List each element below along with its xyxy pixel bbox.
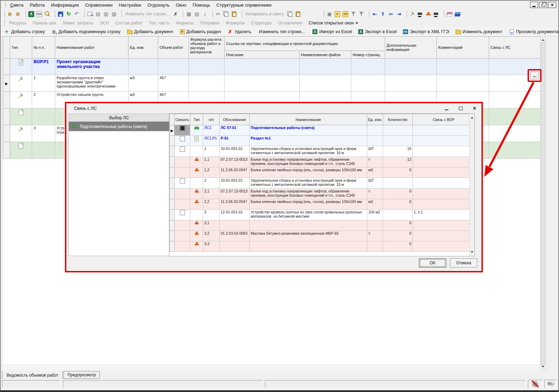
toolbar-grip[interactable]	[404, 10, 407, 17]
checkbox-unchecked[interactable]	[180, 210, 185, 215]
menu-nastroyki[interactable]: Настройки	[116, 2, 144, 8]
scroll-down-button[interactable]	[470, 250, 475, 255]
ls-row-material[interactable]: 1,1 07.2.07.13-0013 Балки под установку …	[170, 157, 475, 167]
toolbar-grip[interactable]	[82, 10, 84, 17]
paste-special-2-icon[interactable]	[294, 10, 302, 18]
vertical-scrollbar[interactable]	[540, 36, 546, 370]
price-pr-icon[interactable]: ПР	[343, 11, 348, 17]
checkbox-checked[interactable]	[180, 126, 185, 131]
menu-otdohnut[interactable]: Отдохнуть	[144, 2, 172, 8]
ls-row-material[interactable]: 1,2 11.2.06.02-0047 Балка клееная хвойны…	[170, 167, 475, 178]
table-icon[interactable]: ▦	[185, 10, 192, 18]
link-checkbox-cell[interactable]	[175, 146, 190, 157]
undo-icon[interactable]: ↶	[73, 10, 80, 18]
move-up-down-icon[interactable]: ↕	[201, 10, 208, 18]
excel-icon[interactable]: X	[28, 11, 34, 17]
machines-icon[interactable]	[433, 10, 440, 18]
insert-page-icon[interactable]: ▤	[193, 10, 200, 18]
price-p-icon[interactable]: Р	[334, 11, 340, 17]
toolbar-grip[interactable]	[119, 10, 122, 17]
tab-open-windows-list[interactable]: Список открытых окон	[306, 21, 362, 25]
import-excel-button[interactable]: XИмпорт из Excel	[309, 29, 355, 34]
horizontal-scrollbar[interactable]	[3, 364, 540, 371]
toolbar-grip[interactable]	[322, 10, 324, 17]
ls-row-position[interactable]: 3 12-01-001-01 Устройство кровель скатны…	[170, 210, 475, 220]
flag-icon[interactable]: ▧	[110, 10, 118, 18]
add-section-button[interactable]: РДобавить раздел	[177, 29, 224, 34]
cancel-button[interactable]: Отмена	[450, 258, 477, 267]
search-icon[interactable]	[44, 10, 51, 18]
add-document-button[interactable]: Добавить документ	[124, 29, 177, 35]
link-checkbox-cell[interactable]	[175, 136, 190, 146]
ls-row-section[interactable]: ЛС1.Р1 Р-01 Раздел №1	[170, 136, 475, 146]
shift-left-icon[interactable]: ⇐	[387, 10, 395, 18]
paste-special-icon[interactable]	[286, 10, 294, 18]
ls-list-item-selected[interactable]: Подготовительные работы (смета)	[69, 122, 169, 131]
toolbar-grip[interactable]	[3, 2, 6, 8]
toolbar-grip[interactable]	[53, 10, 55, 17]
close-button[interactable]: ×	[548, 2, 556, 8]
layers-pink-icon[interactable]	[446, 10, 453, 18]
toolbar-grip[interactable]	[210, 10, 213, 17]
toolbar-grip[interactable]	[181, 10, 183, 17]
add-row-button[interactable]: +Добавить строку	[1, 29, 48, 35]
restore-button[interactable]	[539, 2, 547, 8]
resources-icon[interactable]: ▣	[326, 10, 333, 18]
scroll-down-button[interactable]	[540, 365, 545, 370]
tools-icon[interactable]	[409, 10, 416, 18]
dialog-maximize-button[interactable]	[454, 103, 468, 114]
toolbar-grip[interactable]	[23, 10, 26, 17]
shift-right-icon[interactable]: ⇥	[395, 10, 403, 18]
export-excel-button[interactable]: XЭкспорт в Excel	[355, 29, 400, 34]
truck-icon[interactable]	[417, 10, 424, 18]
pdf-icon[interactable]: PDF	[36, 11, 42, 17]
toolbar-grip[interactable]	[367, 10, 369, 17]
layers-blue-icon[interactable]	[454, 10, 461, 18]
ls-row-material[interactable]: 3,2 01.2.03.03-0063 Мастика битумно-рези…	[170, 231, 475, 241]
menu-strukturnye-spravochniki[interactable]: Структурные справочники	[213, 2, 275, 8]
menu-smeta[interactable]: Смета	[7, 2, 27, 8]
delete-button[interactable]: ✗Удалить	[224, 29, 255, 35]
table-row-section[interactable]: ВОР.Р1 Проект организации земельного уча…	[3, 59, 540, 75]
tab-vedomost[interactable]: Ведомость объемов работ	[2, 371, 63, 379]
refresh-icon[interactable]: ↻	[65, 10, 72, 18]
add-structure-icon[interactable]: ≣	[14, 10, 22, 18]
edit-database-icon[interactable]: ▥	[102, 10, 110, 18]
toolbar-grip[interactable]	[442, 10, 444, 17]
language-indicator[interactable]: RU	[544, 380, 557, 388]
checkbox-unchecked[interactable]	[180, 136, 185, 141]
export-xml-button[interactable]: XMLЭкспорт в XML ГГЭ	[400, 29, 452, 34]
database-icon[interactable]: ▤	[94, 10, 102, 18]
filter-icon[interactable]	[350, 10, 357, 18]
outdent-icon[interactable]: ⇤	[371, 10, 378, 18]
menu-rabota[interactable]: Работа	[27, 2, 48, 8]
dialog-vertical-scrollbar[interactable]	[469, 114, 475, 256]
add-child-row-button[interactable]: ≣Добавить подчиненную строку	[48, 29, 123, 35]
cut-icon[interactable]: ✂	[214, 10, 222, 18]
menu-informacia[interactable]: Информация	[48, 2, 82, 8]
menu-spravochniki[interactable]: Справочники	[82, 2, 116, 8]
dialog-title-bar[interactable]: Связь с ЛС ×	[66, 103, 481, 114]
ls-row-material[interactable]: 3,1 0	[170, 220, 475, 231]
ok-button[interactable]: OK	[419, 258, 446, 267]
copy-icon[interactable]	[222, 10, 230, 18]
ls-row-estimate[interactable]: ▶ ЛС1 ЛС 07-01 Подготовительные работы (…	[170, 125, 475, 136]
ls-row-material[interactable]: 2,1 07.2.07.13-0013 Балки под установку …	[170, 189, 475, 199]
dialog-close-button[interactable]: ×	[468, 103, 481, 114]
paste-icon[interactable]	[230, 10, 238, 18]
toolbar-grip[interactable]	[240, 10, 242, 17]
change-row-type-button[interactable]: Изменить тип строки...	[256, 29, 308, 34]
scroll-up-button[interactable]	[470, 114, 475, 120]
menu-pomosch[interactable]: Помощь	[190, 2, 213, 8]
ls-row-material[interactable]: 3,3 0	[170, 241, 475, 252]
restore-window-icon[interactable]	[86, 10, 94, 18]
ls-row-material[interactable]: 2,2 11.2.06.02-0047 Балка клееная хвойны…	[170, 199, 475, 210]
edit-document-button[interactable]: Изменить документ	[452, 29, 506, 35]
menu-okno[interactable]: Окно	[172, 2, 189, 8]
checkbox-unchecked[interactable]	[180, 178, 185, 183]
link-checkbox-cell[interactable]	[175, 178, 190, 189]
ls-row-position[interactable]: 2 10-01-001-01 Укрупнительная сборка и у…	[170, 178, 475, 189]
link-checkbox-cell[interactable]	[175, 125, 190, 136]
scroll-up-button[interactable]	[540, 37, 545, 42]
view-document-button[interactable]: Просмотр документа	[506, 29, 559, 35]
